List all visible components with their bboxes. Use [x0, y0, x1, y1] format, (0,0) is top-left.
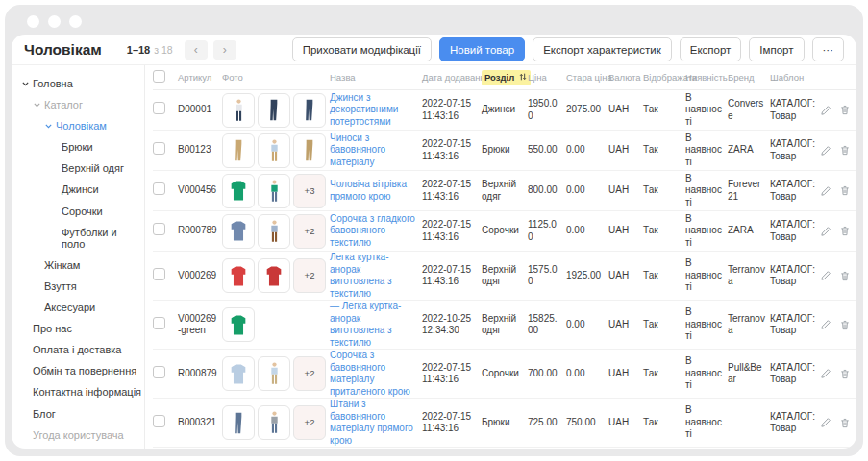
- more-photos-badge[interactable]: +2: [293, 258, 326, 293]
- sidebar-item-14[interactable]: Контактна інформація: [12, 381, 144, 402]
- more-photos-badge[interactable]: +2: [293, 214, 326, 249]
- product-photo-thumbnail[interactable]: [258, 258, 290, 293]
- pagination-prev-button[interactable]: ‹: [185, 40, 208, 60]
- delete-icon[interactable]: [839, 417, 851, 429]
- sidebar-item-2[interactable]: Чоловікам: [12, 115, 144, 136]
- product-photo-thumbnail[interactable]: [222, 258, 255, 293]
- import-button[interactable]: Імпорт: [749, 37, 804, 61]
- delete-icon[interactable]: [839, 368, 851, 380]
- product-photo-thumbnail[interactable]: [258, 174, 290, 208]
- sort-icon[interactable]: [518, 72, 528, 84]
- sidebar-item-6[interactable]: Сорочки: [12, 201, 144, 222]
- sidebar-item-1[interactable]: Каталог: [12, 94, 144, 115]
- row-display-cell: Так: [643, 368, 685, 380]
- sidebar-item-0[interactable]: Головна: [12, 73, 144, 94]
- product-name-link[interactable]: Чоловіча вітрівка прямого крою: [330, 179, 417, 203]
- export-button[interactable]: Експорт: [680, 37, 742, 61]
- table-body: D00001Джинси з декоративними потертостям…: [153, 90, 856, 449]
- hide-modifications-button[interactable]: Приховати модифікації: [292, 37, 432, 61]
- column-header-label: Розділ: [484, 72, 514, 83]
- select-all-checkbox[interactable]: [153, 70, 165, 83]
- new-product-button[interactable]: Новий товар: [439, 37, 525, 61]
- more-actions-button[interactable]: ···: [812, 37, 845, 61]
- sidebar-item-3[interactable]: Брюки: [12, 136, 144, 158]
- product-photo-thumbnail[interactable]: [222, 133, 255, 168]
- delete-icon[interactable]: [839, 270, 851, 282]
- row-checkbox[interactable]: [153, 182, 165, 195]
- edit-icon[interactable]: [820, 417, 831, 428]
- sidebar-item-12[interactable]: Оплата і доставка: [12, 339, 144, 360]
- product-photo-thumbnail[interactable]: [258, 214, 290, 249]
- sidebar-item-15[interactable]: Блог: [12, 403, 144, 425]
- row-price-cell: 1575.00: [528, 264, 566, 288]
- product-name-link[interactable]: Чиноси з бавовняного матеріалу: [330, 133, 417, 169]
- row-category-cell: Брюки: [482, 144, 528, 157]
- delete-icon[interactable]: [839, 184, 851, 197]
- more-photos-badge[interactable]: +3: [293, 174, 326, 208]
- product-photo-thumbnail[interactable]: [258, 133, 290, 168]
- pagination-next-button[interactable]: ›: [213, 40, 236, 60]
- export-attributes-button[interactable]: Експорт характеристик: [533, 37, 672, 61]
- sidebar-item-16[interactable]: Угода користувача: [12, 425, 144, 446]
- sidebar-item-label: Футболки и поло: [62, 227, 142, 250]
- more-photos-badge[interactable]: +2: [293, 405, 326, 440]
- edit-icon[interactable]: [820, 145, 831, 157]
- delete-icon[interactable]: [839, 104, 851, 116]
- row-select-cell: [153, 317, 178, 333]
- product-photo-thumbnail[interactable]: [222, 93, 255, 128]
- product-name-link[interactable]: Легка куртка-анорак виготовлена з тексти…: [330, 252, 417, 300]
- product-name-link[interactable]: Сорочка з гладкого бавовняного текстилю: [330, 213, 417, 250]
- sidebar-item-9[interactable]: Взуття: [12, 276, 144, 297]
- edit-icon[interactable]: [820, 319, 831, 330]
- product-name-link[interactable]: Джинси з декоративними потертостями: [330, 92, 417, 129]
- sidebar-item-11[interactable]: Про нас: [12, 318, 144, 339]
- row-currency-cell: UAH: [608, 184, 643, 197]
- sidebar-item-7[interactable]: Футболки и поло: [12, 222, 144, 255]
- row-checkbox[interactable]: [153, 142, 165, 155]
- sidebar-item-10[interactable]: Аксесуари: [12, 297, 144, 318]
- row-sku-cell: D00001: [178, 104, 222, 116]
- product-photo-thumbnail[interactable]: [258, 405, 290, 440]
- row-checkbox[interactable]: [153, 317, 165, 329]
- edit-icon[interactable]: [820, 270, 831, 281]
- column-header-stock: Наявність: [685, 72, 728, 83]
- product-name-link[interactable]: Штани з бавовняного матеріалу прямого кр…: [330, 399, 417, 447]
- product-photo-thumbnail[interactable]: [222, 356, 255, 391]
- photo-thumbnails: +3: [222, 174, 325, 208]
- product-photo-thumbnail[interactable]: [293, 133, 326, 168]
- product-photo-thumbnail[interactable]: [222, 405, 255, 440]
- pagination-range: 1–18: [127, 44, 150, 56]
- edit-icon[interactable]: [820, 105, 831, 116]
- product-photo-thumbnail[interactable]: [258, 93, 290, 128]
- row-display-cell: Так: [643, 270, 685, 282]
- product-name-link[interactable]: Сорочка з бавовняного матеріалу притален…: [330, 350, 417, 398]
- row-checkbox[interactable]: [153, 415, 165, 427]
- sidebar-item-8[interactable]: Жінкам: [12, 255, 144, 276]
- column-header-category[interactable]: Розділ: [482, 70, 528, 85]
- delete-icon[interactable]: [839, 225, 851, 237]
- more-photos-badge[interactable]: +2: [293, 356, 326, 391]
- sidebar-item-17[interactable]: Відгуки про магазин: [12, 446, 144, 449]
- sidebar-item-13[interactable]: Обмін та повернення: [12, 360, 144, 381]
- product-name-link[interactable]: — Легка куртка-анорак виготовлена з текс…: [330, 301, 417, 349]
- delete-icon[interactable]: [839, 319, 851, 331]
- row-checkbox[interactable]: [153, 268, 165, 280]
- edit-icon[interactable]: [820, 368, 831, 379]
- row-date-cell: 2022-07-15 11:43:16: [422, 179, 482, 203]
- product-photo-thumbnail[interactable]: [293, 93, 326, 128]
- product-photo-thumbnail[interactable]: [222, 174, 255, 208]
- row-photos-cell: +3: [222, 174, 330, 208]
- row-checkbox[interactable]: [153, 223, 165, 235]
- sidebar-item-4[interactable]: Верхній одяг: [12, 158, 144, 179]
- edit-icon[interactable]: [820, 185, 831, 197]
- edit-icon[interactable]: [820, 226, 831, 237]
- row-old_price-cell: 2075.00: [566, 104, 608, 116]
- column-header-date: Дата додавання: [422, 72, 482, 83]
- product-photo-thumbnail[interactable]: [258, 356, 290, 391]
- product-photo-thumbnail[interactable]: [222, 307, 255, 342]
- product-photo-thumbnail[interactable]: [222, 214, 255, 249]
- row-checkbox[interactable]: [153, 102, 165, 114]
- sidebar-item-5[interactable]: Джинси: [12, 179, 144, 200]
- delete-icon[interactable]: [839, 144, 851, 157]
- row-checkbox[interactable]: [153, 366, 165, 378]
